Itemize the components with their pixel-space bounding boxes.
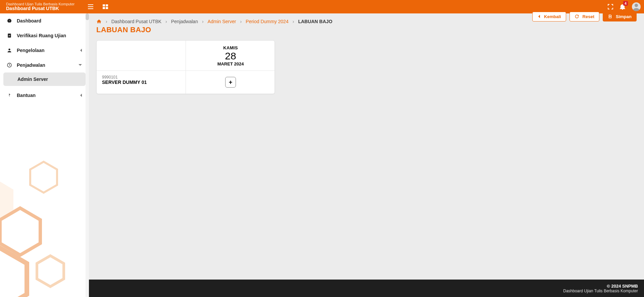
sidebar-item-label: Pengelolaan	[17, 48, 44, 53]
chevron-right-icon: ›	[165, 19, 167, 24]
server-name: SERVER DUMMY 01	[102, 80, 180, 85]
button-label: Kembali	[544, 14, 561, 19]
add-button[interactable]: +	[225, 77, 236, 88]
brand-subtitle: Dashboard Ujian Tulis Berbasis Komputer	[6, 2, 75, 6]
chevron-left-icon	[80, 93, 82, 97]
server-id: 9990101	[102, 75, 180, 80]
schedule-add-cell: +	[186, 71, 275, 94]
user-manage-icon	[7, 48, 12, 53]
svg-rect-5	[103, 7, 105, 9]
page-title: LABUAN BAJO	[96, 26, 151, 34]
decorative-hex-icon	[0, 102, 87, 297]
notification-badge: 4	[623, 1, 628, 6]
plus-icon: +	[229, 79, 233, 86]
grid-apps-icon[interactable]	[103, 4, 108, 9]
sidebar-item-label: Penjadwalan	[17, 62, 45, 68]
sidebar-item-dashboard[interactable]: Dashboard	[0, 13, 89, 28]
sidebar: Dashboard Verifikasi Ruang Ujian Pengelo…	[0, 13, 89, 297]
notifications-icon[interactable]: 4	[620, 4, 625, 10]
save-icon	[608, 14, 612, 19]
breadcrumb-item-active: LABUAN BAJO	[298, 19, 332, 24]
sidebar-item-label: Verifikasi Ruang Ujian	[17, 33, 66, 38]
button-label: Simpan	[616, 14, 632, 19]
question-icon	[7, 93, 12, 98]
refresh-icon	[575, 14, 579, 19]
footer-subtitle: Dashboard Ujian Tulis Berbasis Komputer	[563, 289, 638, 293]
footer: © 2024 SNPMB Dashboard Ujian Tulis Berba…	[89, 280, 644, 297]
chevron-right-icon: ›	[106, 19, 107, 24]
chevron-left-icon	[80, 48, 82, 52]
date-num: 28	[186, 50, 275, 61]
fullscreen-icon[interactable]	[608, 4, 613, 9]
back-button[interactable]: Kembali	[532, 12, 566, 21]
user-avatar[interactable]	[632, 2, 641, 11]
main: › Dashboard Pusat UTBK › Penjadwalan › A…	[89, 13, 644, 297]
breadcrumb-item: Penjadwalan	[171, 19, 198, 24]
menu-toggle-icon[interactable]	[88, 4, 93, 9]
footer-copyright: © 2024 SNPMB	[607, 284, 638, 289]
brand: Dashboard Ujian Tulis Berbasis Komputer …	[0, 2, 75, 11]
svg-rect-0	[88, 4, 93, 5]
chevron-right-icon: ›	[240, 19, 242, 24]
svg-rect-6	[106, 7, 108, 9]
clock-icon	[7, 62, 12, 68]
svg-point-9	[8, 49, 10, 50]
chevron-left-icon	[537, 14, 541, 18]
svg-rect-1	[88, 6, 93, 7]
chevron-down-icon	[78, 64, 82, 66]
sidebar-item-penjadwalan[interactable]: Penjadwalan	[0, 58, 89, 72]
chevron-right-icon: ›	[293, 19, 294, 24]
sidebar-item-bantuan[interactable]: Bantuan	[0, 88, 89, 103]
page-actions: Kembali Reset Simpan	[532, 12, 637, 21]
breadcrumb-item-link[interactable]: Period Dummy 2024	[246, 19, 289, 24]
svg-point-7	[635, 4, 638, 7]
sidebar-item-pengelolaan[interactable]: Pengelolaan	[0, 43, 89, 58]
breadcrumb-item-link[interactable]: Admin Server	[208, 19, 236, 24]
sidebar-item-label: Admin Server	[17, 77, 48, 82]
schedule-card: KAMIS 28 MARET 2024 9990101 SERVER DUMMY…	[96, 40, 275, 94]
sidebar-item-verifikasi[interactable]: Verifikasi Ruang Ujian	[0, 28, 89, 43]
date-day: KAMIS	[186, 45, 275, 50]
button-label: Reset	[583, 14, 594, 19]
chevron-right-icon: ›	[202, 19, 204, 24]
home-icon[interactable]	[96, 19, 102, 24]
svg-rect-3	[103, 4, 105, 6]
breadcrumb: › Dashboard Pusat UTBK › Penjadwalan › A…	[96, 19, 637, 24]
breadcrumb-item: Dashboard Pusat UTBK	[111, 19, 161, 24]
sidebar-item-label: Dashboard	[17, 18, 41, 23]
schedule-empty-head	[97, 41, 186, 71]
schedule-server-cell: 9990101 SERVER DUMMY 01	[97, 71, 186, 94]
sidebar-scrollbar[interactable]	[86, 13, 89, 297]
schedule-date-head: KAMIS 28 MARET 2024	[186, 41, 275, 71]
save-button[interactable]: Simpan	[603, 12, 637, 21]
brand-title: Dashboard Pusat UTBK	[6, 6, 75, 11]
reset-button[interactable]: Reset	[569, 12, 599, 21]
clipboard-check-icon	[7, 33, 12, 38]
svg-rect-4	[106, 4, 108, 6]
date-monthyear: MARET 2024	[186, 61, 275, 66]
svg-rect-2	[88, 8, 93, 9]
sidebar-item-label: Bantuan	[17, 93, 36, 98]
sidebar-subitem-adminserver[interactable]: Admin Server	[3, 72, 86, 86]
gauge-icon	[7, 18, 12, 23]
